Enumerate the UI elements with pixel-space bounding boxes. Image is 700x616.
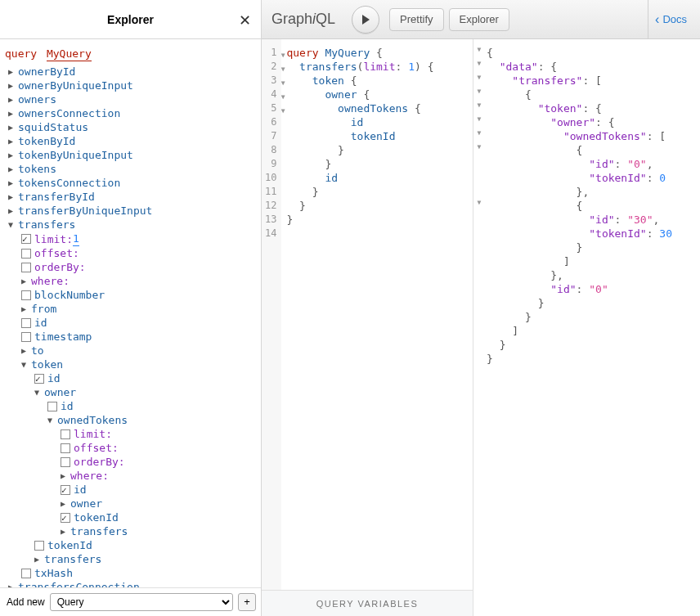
query-editor[interactable]: 1▼ 2▼ 3▼ 4▼ 5▼ 6 7 8 9 10 11 12 13 14 qu… (262, 39, 473, 590)
field-token[interactable]: ▼token (5, 357, 256, 371)
field-owner-id[interactable]: id (5, 399, 256, 413)
field-owners[interactable]: ▶owners (5, 92, 256, 106)
chevron-right-icon[interactable]: ▶ (61, 524, 70, 538)
checkbox-icon[interactable] (61, 485, 70, 495)
chevron-right-icon[interactable]: ▶ (61, 469, 70, 483)
add-new-button[interactable]: + (238, 593, 256, 611)
field-from[interactable]: ▶from (5, 302, 256, 316)
chevron-right-icon[interactable]: ▶ (8, 148, 18, 162)
arg-orderBy[interactable]: orderBy: (5, 260, 256, 274)
field-transfersConnection[interactable]: ▶transfersConnection (5, 580, 256, 587)
field-ownedTokens[interactable]: ▼ownedTokens (5, 413, 256, 427)
field-transfers[interactable]: ▼transfers (5, 218, 256, 232)
field-squidStatus[interactable]: ▶squidStatus (5, 120, 256, 134)
chevron-right-icon[interactable]: ▶ (21, 344, 31, 357)
checkbox-icon[interactable] (21, 249, 31, 259)
field-to[interactable]: ▶to (5, 344, 256, 357)
fold-caret-icon[interactable]: ▼ (473, 60, 485, 74)
fold-caret-icon[interactable]: ▼ (281, 48, 285, 62)
arg-offset[interactable]: offset: (5, 246, 256, 260)
explorer-button[interactable]: Explorer (449, 8, 509, 31)
arg-ot-offset[interactable]: offset: (5, 441, 256, 455)
field-timestamp[interactable]: timestamp (5, 330, 256, 344)
chevron-down-icon[interactable]: ▼ (34, 385, 44, 399)
checkbox-icon[interactable] (61, 443, 70, 453)
docs-button[interactable]: ‹ Docs (648, 0, 693, 38)
field-tokenById[interactable]: ▶tokenById (5, 134, 256, 148)
chevron-right-icon[interactable]: ▶ (21, 274, 31, 288)
add-new-select[interactable]: Query (50, 593, 233, 611)
field-ot-id[interactable]: id (5, 483, 256, 497)
chevron-right-icon[interactable]: ▶ (8, 106, 18, 120)
chevron-right-icon[interactable]: ▶ (21, 302, 31, 316)
checkbox-icon[interactable] (34, 374, 44, 384)
arg-ot-where[interactable]: ▶where: (5, 469, 256, 483)
field-token-tokenId[interactable]: tokenId (5, 538, 256, 552)
chevron-right-icon[interactable]: ▶ (8, 580, 18, 587)
chevron-right-icon[interactable]: ▶ (8, 134, 18, 148)
checkbox-icon[interactable] (21, 263, 31, 272)
chevron-right-icon[interactable]: ▶ (61, 497, 70, 510)
field-txHash[interactable]: txHash (5, 566, 256, 580)
field-tokenByUniqueInput[interactable]: ▶tokenByUniqueInput (5, 148, 256, 162)
field-ownersConnection[interactable]: ▶ownersConnection (5, 106, 256, 120)
field-tokens[interactable]: ▶tokens (5, 162, 256, 176)
checkbox-icon[interactable] (61, 513, 70, 523)
fold-caret-icon[interactable]: ▼ (473, 101, 485, 115)
chevron-right-icon[interactable]: ▶ (8, 79, 18, 92)
arg-where[interactable]: ▶where: (5, 274, 256, 288)
field-blockNumber[interactable]: blockNumber (5, 288, 256, 302)
chevron-down-icon[interactable]: ▼ (8, 218, 18, 232)
checkbox-icon[interactable] (61, 429, 70, 439)
chevron-right-icon[interactable]: ▶ (8, 92, 18, 106)
chevron-right-icon[interactable]: ▶ (34, 552, 44, 566)
field-transferByUniqueInput[interactable]: ▶transferByUniqueInput (5, 204, 256, 218)
field-id[interactable]: id (5, 316, 256, 330)
field-ot-tokenId[interactable]: tokenId (5, 510, 256, 524)
checkbox-icon[interactable] (47, 402, 57, 411)
result-code[interactable]: { "data": { "transfers": [ { "token": { … (485, 39, 675, 616)
checkbox-icon[interactable] (21, 234, 31, 244)
field-ot-owner[interactable]: ▶owner (5, 497, 256, 510)
arg-limit[interactable]: limit: 1 (5, 232, 256, 246)
prettify-button[interactable]: Prettify (389, 8, 443, 31)
fold-caret-icon[interactable]: ▼ (473, 88, 485, 101)
checkbox-icon[interactable] (34, 541, 44, 551)
fold-caret-icon[interactable]: ▼ (473, 199, 485, 213)
checkbox-icon[interactable] (21, 318, 31, 328)
chevron-right-icon[interactable]: ▶ (8, 190, 18, 204)
chevron-right-icon[interactable]: ▶ (8, 176, 18, 190)
field-tokensConnection[interactable]: ▶tokensConnection (5, 176, 256, 190)
chevron-down-icon[interactable]: ▼ (47, 413, 57, 427)
field-ot-transfers[interactable]: ▶transfers (5, 524, 256, 538)
fold-caret-icon[interactable]: ▼ (281, 104, 285, 118)
field-ownerById[interactable]: ▶ownerById (5, 65, 256, 79)
checkbox-icon[interactable] (21, 290, 31, 300)
operation-line[interactable]: query MyQuery (5, 47, 256, 60)
field-token-id[interactable]: id (5, 371, 256, 385)
chevron-down-icon[interactable]: ▼ (21, 357, 31, 371)
fold-caret-icon[interactable]: ▼ (473, 74, 485, 88)
checkbox-icon[interactable] (21, 569, 31, 578)
field-ownerByUniqueInput[interactable]: ▶ownerByUniqueInput (5, 79, 256, 92)
execute-button[interactable] (352, 6, 379, 34)
field-token-owner[interactable]: ▼owner (5, 385, 256, 399)
fold-caret-icon[interactable]: ▼ (473, 115, 485, 129)
fold-caret-icon[interactable]: ▼ (473, 129, 485, 143)
chevron-right-icon[interactable]: ▶ (8, 204, 18, 218)
close-icon[interactable]: ✕ (239, 11, 251, 29)
arg-ot-orderBy[interactable]: orderBy: (5, 455, 256, 469)
arg-limit-value[interactable]: 1 (73, 232, 79, 246)
chevron-right-icon[interactable]: ▶ (8, 120, 18, 134)
fold-caret-icon[interactable]: ▼ (281, 90, 285, 104)
arg-ot-limit[interactable]: limit: (5, 427, 256, 441)
field-token-transfers[interactable]: ▶transfers (5, 552, 256, 566)
fold-caret-icon[interactable]: ▼ (281, 76, 285, 90)
checkbox-icon[interactable] (61, 457, 70, 467)
checkbox-icon[interactable] (21, 332, 31, 342)
field-transferById[interactable]: ▶transferById (5, 190, 256, 204)
chevron-right-icon[interactable]: ▶ (8, 162, 18, 176)
fold-caret-icon[interactable]: ▼ (473, 46, 485, 60)
query-variables-bar[interactable]: QUERY VARIABLES (262, 590, 473, 616)
query-code[interactable]: query MyQuery { transfers(limit: 1) { to… (281, 39, 438, 590)
